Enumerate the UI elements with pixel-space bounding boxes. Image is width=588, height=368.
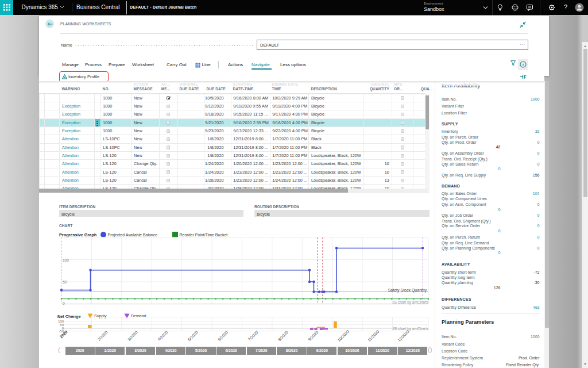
svg-text:100: 100 [58,320,64,323]
svg-text:0: 0 [63,301,65,305]
svg-text:7/2020: 7/2020 [247,330,259,342]
svg-text:6/2020: 6/2020 [217,330,229,342]
svg-text:JS chart by amCharts: JS chart by amCharts [393,300,429,305]
svg-text:2/2020: 2/2020 [97,330,109,342]
svg-text:Safety Stock Quantity: Safety Stock Quantity [388,288,427,293]
svg-text:9/2020: 9/2020 [307,330,319,342]
svg-text:50: 50 [63,280,67,284]
svg-text:8/2020: 8/2020 [277,330,289,342]
svg-text:JS chart by amCharts: JS chart by amCharts [393,327,429,331]
svg-text:5/2020: 5/2020 [187,330,199,342]
svg-text:4/2020: 4/2020 [157,330,168,342]
svg-text:100: 100 [63,258,69,262]
svg-text:3/2020: 3/2020 [127,330,138,342]
